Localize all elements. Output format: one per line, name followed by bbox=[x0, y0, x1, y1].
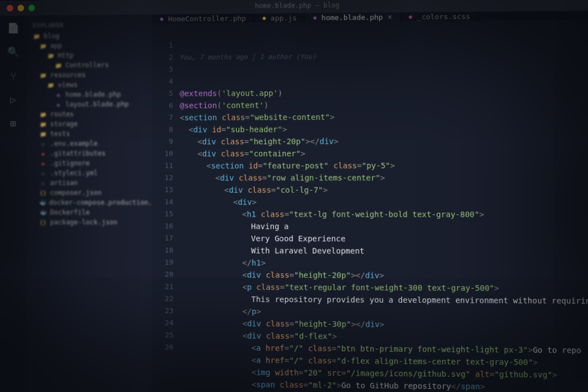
file-tree-label: Http bbox=[58, 52, 74, 59]
debug-icon[interactable]: ▷ bbox=[7, 93, 20, 106]
file-tree-item[interactable]: 📁resources bbox=[28, 70, 150, 80]
maximize-window-button[interactable] bbox=[28, 5, 35, 11]
js-file-icon: ◆ bbox=[262, 14, 266, 22]
file-tree-label: artisan bbox=[50, 179, 78, 187]
folder-icon: 📁 bbox=[39, 42, 47, 50]
tab-label: HomeController.php bbox=[168, 14, 246, 23]
file-tree-item[interactable]: 🐳docker-compose.production.yml bbox=[28, 198, 150, 207]
folder-icon: 📁 bbox=[47, 52, 54, 59]
line-number: 7 bbox=[152, 112, 173, 124]
editor-tab[interactable]: ◆app.js bbox=[254, 13, 305, 22]
line-number: 25 bbox=[152, 329, 174, 341]
minimize-window-button[interactable] bbox=[17, 5, 24, 11]
file-tree-item[interactable]: 📁views bbox=[28, 79, 150, 90]
line-number: 12 bbox=[152, 172, 174, 184]
file-tree-item[interactable]: 📁blog bbox=[28, 30, 150, 41]
php-file-icon: ◆ bbox=[160, 15, 163, 22]
php-file-icon: ◆ bbox=[313, 14, 317, 21]
file-tree-label: home.blade.php bbox=[65, 90, 121, 99]
extensions-icon[interactable]: ⊞ bbox=[7, 117, 20, 130]
source-control-icon[interactable]: ⑂ bbox=[7, 69, 20, 82]
code-line[interactable]: <div class="row align-items-center"> bbox=[180, 171, 588, 184]
file-tree-item[interactable]: {}package-lock.json bbox=[28, 217, 150, 227]
file-tree-label: .gitignore bbox=[50, 160, 90, 167]
tab-label: home.blade.php bbox=[321, 13, 383, 21]
editor-tab[interactable]: ◆home.blade.php× bbox=[305, 13, 400, 22]
editor-window: home.blade.php — blog 📄 🔍 ⑂ ▷ ⊞ EXPLORER… bbox=[0, 0, 588, 392]
code-line[interactable]: Very Good Experience bbox=[180, 232, 588, 246]
file-tree-item[interactable]: ◆.gitignore bbox=[28, 158, 150, 168]
file-tree-item[interactable]: 📁routes bbox=[28, 109, 150, 119]
code-line[interactable]: <section class="website-content"> bbox=[180, 110, 588, 124]
editor-tab[interactable]: ◆HomeController.php bbox=[152, 14, 254, 23]
file-tree-label: Controllers bbox=[65, 61, 109, 69]
code-line[interactable]: <section id="feature-post" class="py-5"> bbox=[180, 159, 588, 172]
code-line[interactable]: <div> bbox=[180, 196, 588, 209]
window-title: home.blade.php — blog bbox=[255, 1, 339, 10]
file-tree-label: resources bbox=[50, 71, 85, 79]
file-tree-item[interactable]: 📁tests bbox=[28, 128, 150, 139]
file-tree-label: blog bbox=[44, 32, 59, 40]
code-line[interactable]: <h1 class="text-lg font-weight-bold text… bbox=[180, 208, 588, 220]
window-controls bbox=[7, 5, 35, 11]
tab-label: _colors.scss bbox=[417, 12, 470, 21]
code-line[interactable]: <div class="height-20p"></div> bbox=[180, 268, 588, 282]
file-tree-label: tests bbox=[50, 130, 70, 138]
git-blame-annotation: You, 7 months ago | 1 author (You) bbox=[180, 48, 588, 63]
code-line[interactable]: <div class="col-lg-7"> bbox=[180, 183, 588, 196]
docker-icon: 🐳 bbox=[39, 199, 46, 206]
file-tree-item[interactable]: 🐳Dockerfile bbox=[28, 207, 150, 217]
file-tree-label: routes bbox=[50, 111, 74, 118]
folder-icon: 📁 bbox=[33, 32, 40, 40]
main-area: 📄 🔍 ⑂ ▷ ⊞ EXPLORER 📁blog📁app📁Http📁Contro… bbox=[0, 10, 588, 392]
close-tab-icon[interactable]: × bbox=[387, 13, 392, 21]
php-icon: ◆ bbox=[54, 91, 62, 99]
file-tree-item[interactable]: ◇.styleci.yml bbox=[28, 168, 150, 178]
file-tree-label: package-lock.json bbox=[50, 218, 118, 226]
line-number: 17 bbox=[152, 232, 174, 244]
line-number: 2 bbox=[152, 51, 173, 63]
file-tree-item[interactable]: 📁app bbox=[28, 40, 150, 51]
editor-tab[interactable]: ◆_colors.scss bbox=[401, 11, 479, 21]
code-content[interactable]: You, 7 months ago | 1 author (You) @exte… bbox=[180, 20, 588, 392]
file-tree-label: views bbox=[58, 81, 77, 89]
line-number: 21 bbox=[152, 280, 174, 292]
docker-icon: 🐳 bbox=[39, 209, 47, 216]
line-number-gutter: 1234567891011121314151617181920212223242… bbox=[152, 23, 180, 392]
file-tree-label: .styleci.yml bbox=[50, 169, 97, 177]
file-tree-item[interactable]: ◇.env.example bbox=[28, 138, 150, 149]
code-line[interactable]: <div id="sub-header"> bbox=[180, 122, 588, 136]
close-window-button[interactable] bbox=[7, 5, 13, 11]
file-tree-item[interactable]: 📁Controllers bbox=[28, 60, 150, 70]
folder-icon: 📁 bbox=[39, 120, 47, 128]
file-tree-item[interactable]: ◆home.blade.php bbox=[28, 89, 150, 100]
file-explorer-sidebar[interactable]: EXPLORER 📁blog📁app📁Http📁Controllers📁reso… bbox=[26, 15, 152, 392]
search-icon[interactable]: 🔍 bbox=[7, 45, 20, 58]
folder-icon: 📁 bbox=[54, 62, 62, 69]
tab-label: app.js bbox=[271, 14, 297, 22]
git-icon: ◆ bbox=[39, 150, 47, 157]
code-line[interactable]: <div class="container"> bbox=[180, 147, 588, 160]
code-line[interactable]: @section('content') bbox=[180, 97, 588, 112]
explorer-icon[interactable]: 📄 bbox=[7, 21, 20, 34]
file-tree-item[interactable]: {}composer.json bbox=[28, 188, 150, 198]
line-number: 15 bbox=[152, 208, 174, 220]
folder-icon: 📁 bbox=[47, 81, 54, 89]
generic-icon: ◇ bbox=[39, 179, 47, 187]
file-tree-label: layout.blade.php bbox=[65, 100, 128, 108]
generic-icon: ◇ bbox=[39, 169, 47, 177]
code-line[interactable]: With Laravel Development bbox=[180, 244, 588, 258]
file-tree-item[interactable]: ◆layout.blade.php bbox=[28, 99, 150, 109]
json-icon: {} bbox=[39, 189, 47, 197]
file-tree-item[interactable]: 📁Http bbox=[28, 50, 150, 60]
file-tree-label: Dockerfile bbox=[50, 209, 90, 216]
line-number: 20 bbox=[152, 268, 174, 280]
code-line[interactable]: <div class="height-20p"></div> bbox=[180, 134, 588, 148]
file-tree-item[interactable]: 📁storage bbox=[28, 119, 150, 129]
folder-icon: 📁 bbox=[39, 130, 47, 138]
code-line[interactable]: </h1> bbox=[180, 256, 588, 270]
file-tree-item[interactable]: ◆.gitattributes bbox=[28, 148, 150, 158]
code-area[interactable]: 1234567891011121314151617181920212223242… bbox=[152, 20, 588, 392]
code-line[interactable]: Having a bbox=[180, 220, 588, 233]
file-tree-item[interactable]: ◇artisan bbox=[28, 178, 150, 188]
